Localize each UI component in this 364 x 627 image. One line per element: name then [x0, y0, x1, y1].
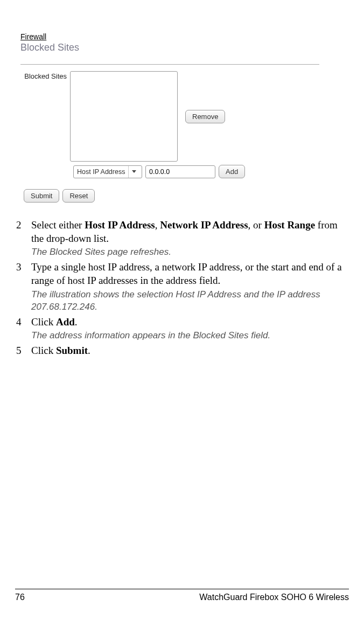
text: , or [248, 219, 264, 231]
text-bold: Submit [56, 345, 88, 356]
step-3: 3 Type a single host IP address, a netwo… [15, 261, 349, 313]
text: Click [31, 345, 56, 356]
step-note: The address information appears in the B… [31, 330, 349, 342]
chevron-down-icon [128, 166, 138, 178]
step-4: 4 Click Add. The address information app… [15, 316, 349, 343]
text: , [155, 219, 160, 231]
text: Select either [31, 219, 85, 231]
reset-button[interactable]: Reset [62, 189, 95, 203]
page-title: Blocked Sites [20, 42, 349, 53]
form-actions: Submit Reset [24, 189, 349, 203]
breadcrumb: Firewall [20, 32, 349, 41]
blocked-sites-row: Blocked Sites Remove [20, 71, 349, 162]
select-value: Host IP Address [77, 168, 128, 176]
address-entry-row: Host IP Address Add [73, 165, 349, 178]
text: . [88, 345, 90, 356]
step-number: 4 [15, 316, 31, 343]
step-number: 3 [15, 261, 31, 313]
text-bold: Add [56, 316, 75, 328]
page-footer: 76 WatchGuard Firebox SOHO 6 Wireless [15, 589, 349, 602]
text-bold: Network IP Address [160, 219, 248, 231]
divider [20, 64, 319, 65]
step-note: The Blocked Sites page refreshes. [31, 246, 349, 259]
text-bold: Host IP Address [85, 219, 155, 231]
page-number: 76 [15, 593, 25, 602]
blocked-sites-label: Blocked Sites [20, 71, 70, 80]
remove-button[interactable]: Remove [185, 110, 225, 123]
ip-address-input[interactable] [145, 165, 215, 178]
step-note: The illustration shows the selection Hos… [31, 289, 349, 314]
step-5: 5 Click Submit. [15, 344, 349, 358]
text: Click [31, 316, 56, 328]
config-screenshot: Firewall Blocked Sites Blocked Sites Rem… [20, 32, 349, 203]
text: . [75, 316, 78, 328]
step-number: 2 [15, 219, 31, 259]
footer-title: WatchGuard Firebox SOHO 6 Wireless [199, 593, 349, 602]
step-2: 2 Select either Host IP Address, Network… [15, 219, 349, 259]
add-button[interactable]: Add [219, 165, 245, 178]
instruction-list: 2 Select either Host IP Address, Network… [15, 219, 349, 358]
step-number: 5 [15, 344, 31, 358]
submit-button[interactable]: Submit [24, 189, 59, 203]
blocked-sites-listbox[interactable] [70, 71, 178, 162]
text-bold: Host Range [264, 219, 315, 231]
address-type-select[interactable]: Host IP Address [73, 165, 142, 178]
text: Type a single host IP address, a network… [31, 261, 342, 286]
